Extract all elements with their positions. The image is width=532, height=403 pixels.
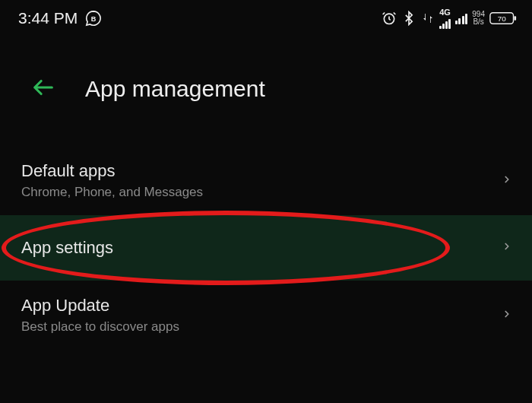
network-type-label: 4G — [439, 8, 451, 17]
item-content: App Update Best place to discover apps — [21, 296, 179, 335]
battery-text: 70 — [498, 14, 506, 23]
list-item-default-apps[interactable]: Default apps Chrome, Phone, and Messages — [0, 146, 532, 215]
item-content: App settings — [21, 238, 113, 258]
settings-list: Default apps Chrome, Phone, and Messages… — [0, 146, 532, 350]
svg-text:B: B — [91, 15, 97, 23]
data-arrows-icon — [421, 11, 435, 26]
data-speed: 994 B/s — [472, 11, 485, 26]
status-right: 4G 994 B/s 70 — [382, 8, 517, 29]
signal-bars-icon — [439, 17, 451, 29]
item-subtitle: Best place to discover apps — [21, 319, 179, 335]
list-item-app-update[interactable]: App Update Best place to discover apps — [0, 281, 532, 350]
network-indicator: 4G — [439, 8, 451, 29]
item-title: App settings — [21, 238, 113, 258]
list-item-app-settings[interactable]: App settings — [0, 215, 532, 281]
item-subtitle: Chrome, Phone, and Messages — [21, 185, 203, 200]
status-left: 3:44 PM B — [18, 9, 102, 27]
speed-unit: B/s — [473, 18, 483, 26]
page-title: App management — [85, 76, 265, 102]
signal-bars-icon — [455, 12, 468, 24]
alarm-icon — [382, 11, 397, 26]
chevron-right-icon — [502, 170, 512, 192]
status-time: 3:44 PM — [18, 9, 78, 27]
status-bar: 3:44 PM B 4G — [0, 0, 532, 36]
page-header: App management — [0, 36, 532, 128]
chevron-right-icon — [502, 305, 512, 326]
item-title: App Update — [21, 296, 179, 316]
bluetooth-icon — [401, 11, 416, 26]
back-arrow-icon[interactable] — [30, 75, 56, 103]
chevron-right-icon — [502, 237, 512, 259]
item-content: Default apps Chrome, Phone, and Messages — [21, 161, 203, 200]
item-title: Default apps — [21, 161, 203, 181]
battery-indicator: 70 — [489, 11, 517, 25]
svg-rect-3 — [514, 16, 516, 20]
whatsapp-business-icon: B — [85, 10, 102, 27]
